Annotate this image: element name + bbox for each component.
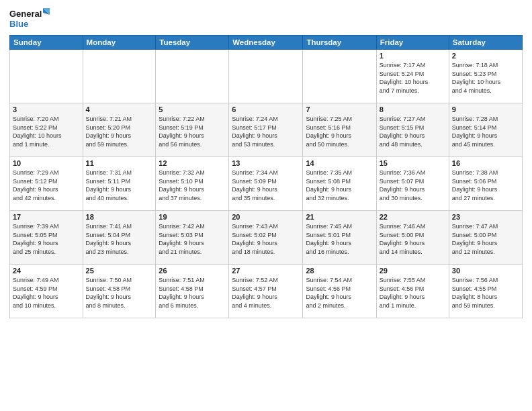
- weekday-header-wednesday: Wednesday: [229, 36, 303, 50]
- day-number: 10: [13, 159, 80, 167]
- day-info: Sunrise: 7:54 AM Sunset: 4:56 PM Dayligh…: [306, 276, 373, 310]
- day-number: 7: [306, 105, 373, 113]
- week-row-4: 17Sunrise: 7:39 AM Sunset: 5:05 PM Dayli…: [10, 211, 523, 265]
- weekday-header-saturday: Saturday: [449, 36, 522, 50]
- calendar-cell: 13Sunrise: 7:34 AM Sunset: 5:09 PM Dayli…: [229, 157, 303, 211]
- day-info: Sunrise: 7:34 AM Sunset: 5:09 PM Dayligh…: [232, 169, 300, 202]
- day-number: 1: [380, 52, 446, 60]
- calendar-cell: 23Sunrise: 7:47 AM Sunset: 5:00 PM Dayli…: [449, 211, 522, 265]
- calendar-cell: 22Sunrise: 7:46 AM Sunset: 5:00 PM Dayli…: [376, 211, 449, 265]
- calendar-cell: 3Sunrise: 7:20 AM Sunset: 5:22 PM Daylig…: [10, 103, 83, 157]
- day-number: 27: [232, 267, 300, 275]
- day-number: 4: [86, 105, 153, 113]
- calendar-cell: 5Sunrise: 7:22 AM Sunset: 5:19 PM Daylig…: [156, 103, 229, 157]
- calendar-cell: 30Sunrise: 7:56 AM Sunset: 4:55 PM Dayli…: [449, 265, 522, 318]
- day-number: 21: [306, 213, 373, 221]
- day-info: Sunrise: 7:45 AM Sunset: 5:01 PM Dayligh…: [306, 222, 373, 256]
- calendar-cell: 26Sunrise: 7:51 AM Sunset: 4:58 PM Dayli…: [156, 265, 229, 318]
- day-number: 3: [13, 105, 80, 113]
- calendar-cell: 4Sunrise: 7:21 AM Sunset: 5:20 PM Daylig…: [83, 103, 156, 157]
- calendar-cell: 1Sunrise: 7:17 AM Sunset: 5:24 PM Daylig…: [376, 50, 449, 103]
- day-number: 19: [159, 213, 226, 221]
- calendar-cell: 19Sunrise: 7:42 AM Sunset: 5:03 PM Dayli…: [156, 211, 229, 265]
- calendar-cell: 6Sunrise: 7:24 AM Sunset: 5:17 PM Daylig…: [229, 103, 303, 157]
- day-info: Sunrise: 7:51 AM Sunset: 4:58 PM Dayligh…: [159, 276, 226, 310]
- svg-text:General: General: [9, 9, 42, 19]
- day-info: Sunrise: 7:29 AM Sunset: 5:12 PM Dayligh…: [13, 169, 80, 202]
- day-info: Sunrise: 7:56 AM Sunset: 4:55 PM Dayligh…: [452, 276, 519, 310]
- day-info: Sunrise: 7:41 AM Sunset: 5:04 PM Dayligh…: [86, 222, 153, 256]
- day-number: 13: [232, 159, 300, 167]
- week-row-2: 3Sunrise: 7:20 AM Sunset: 5:22 PM Daylig…: [10, 103, 523, 157]
- calendar-cell: [156, 50, 229, 103]
- day-number: 15: [380, 159, 446, 167]
- day-info: Sunrise: 7:25 AM Sunset: 5:16 PM Dayligh…: [306, 115, 373, 148]
- weekday-header-friday: Friday: [376, 36, 449, 50]
- calendar-cell: 25Sunrise: 7:50 AM Sunset: 4:58 PM Dayli…: [83, 265, 156, 318]
- weekday-header-tuesday: Tuesday: [156, 36, 229, 50]
- day-number: 26: [159, 267, 226, 275]
- day-info: Sunrise: 7:24 AM Sunset: 5:17 PM Dayligh…: [232, 115, 300, 148]
- day-number: 6: [232, 105, 300, 113]
- day-info: Sunrise: 7:43 AM Sunset: 5:02 PM Dayligh…: [232, 222, 300, 256]
- day-number: 5: [159, 105, 226, 113]
- day-number: 14: [306, 159, 373, 167]
- calendar-cell: 17Sunrise: 7:39 AM Sunset: 5:05 PM Dayli…: [10, 211, 83, 265]
- day-info: Sunrise: 7:36 AM Sunset: 5:07 PM Dayligh…: [380, 169, 446, 202]
- day-number: 11: [86, 159, 153, 167]
- calendar-cell: 28Sunrise: 7:54 AM Sunset: 4:56 PM Dayli…: [303, 265, 376, 318]
- day-info: Sunrise: 7:55 AM Sunset: 4:56 PM Dayligh…: [380, 276, 446, 310]
- day-info: Sunrise: 7:22 AM Sunset: 5:19 PM Dayligh…: [159, 115, 226, 148]
- day-number: 29: [380, 267, 446, 275]
- weekday-header-thursday: Thursday: [303, 36, 376, 50]
- calendar-cell: 20Sunrise: 7:43 AM Sunset: 5:02 PM Dayli…: [229, 211, 303, 265]
- weekday-header-monday: Monday: [83, 36, 156, 50]
- day-info: Sunrise: 7:35 AM Sunset: 5:08 PM Dayligh…: [306, 169, 373, 202]
- day-info: Sunrise: 7:52 AM Sunset: 4:57 PM Dayligh…: [232, 276, 300, 310]
- day-info: Sunrise: 7:47 AM Sunset: 5:00 PM Dayligh…: [452, 222, 519, 256]
- calendar-cell: 10Sunrise: 7:29 AM Sunset: 5:12 PM Dayli…: [10, 157, 83, 211]
- weekday-header-row: SundayMondayTuesdayWednesdayThursdayFrid…: [10, 36, 523, 50]
- day-number: 24: [13, 267, 80, 275]
- weekday-header-sunday: Sunday: [10, 36, 83, 50]
- calendar-cell: 24Sunrise: 7:49 AM Sunset: 4:59 PM Dayli…: [10, 265, 83, 318]
- day-number: 17: [13, 213, 80, 221]
- calendar-cell: 2Sunrise: 7:18 AM Sunset: 5:23 PM Daylig…: [449, 50, 522, 103]
- logo-svg: GeneralBlue: [9, 7, 50, 31]
- calendar-cell: 14Sunrise: 7:35 AM Sunset: 5:08 PM Dayli…: [303, 157, 376, 211]
- calendar-cell: 12Sunrise: 7:32 AM Sunset: 5:10 PM Dayli…: [156, 157, 229, 211]
- calendar: SundayMondayTuesdayWednesdayThursdayFrid…: [9, 35, 523, 318]
- day-info: Sunrise: 7:31 AM Sunset: 5:11 PM Dayligh…: [86, 169, 153, 202]
- calendar-cell: 18Sunrise: 7:41 AM Sunset: 5:04 PM Dayli…: [83, 211, 156, 265]
- day-info: Sunrise: 7:20 AM Sunset: 5:22 PM Dayligh…: [13, 115, 80, 148]
- day-number: 20: [232, 213, 300, 221]
- day-number: 12: [159, 159, 226, 167]
- calendar-cell: 9Sunrise: 7:28 AM Sunset: 5:14 PM Daylig…: [449, 103, 522, 157]
- week-row-3: 10Sunrise: 7:29 AM Sunset: 5:12 PM Dayli…: [10, 157, 523, 211]
- day-number: 22: [380, 213, 446, 221]
- calendar-cell: 7Sunrise: 7:25 AM Sunset: 5:16 PM Daylig…: [303, 103, 376, 157]
- day-number: 9: [452, 105, 519, 113]
- day-number: 25: [86, 267, 153, 275]
- week-row-5: 24Sunrise: 7:49 AM Sunset: 4:59 PM Dayli…: [10, 265, 523, 318]
- week-row-1: 1Sunrise: 7:17 AM Sunset: 5:24 PM Daylig…: [10, 50, 523, 103]
- day-number: 23: [452, 213, 519, 221]
- logo: GeneralBlue: [9, 7, 50, 31]
- day-number: 28: [306, 267, 373, 275]
- calendar-cell: 21Sunrise: 7:45 AM Sunset: 5:01 PM Dayli…: [303, 211, 376, 265]
- day-info: Sunrise: 7:32 AM Sunset: 5:10 PM Dayligh…: [159, 169, 226, 202]
- day-info: Sunrise: 7:21 AM Sunset: 5:20 PM Dayligh…: [86, 115, 153, 148]
- day-info: Sunrise: 7:28 AM Sunset: 5:14 PM Dayligh…: [452, 115, 519, 148]
- day-info: Sunrise: 7:49 AM Sunset: 4:59 PM Dayligh…: [13, 276, 80, 310]
- calendar-cell: 11Sunrise: 7:31 AM Sunset: 5:11 PM Dayli…: [83, 157, 156, 211]
- page: GeneralBlue SundayMondayTuesdayWednesday…: [0, 0, 532, 411]
- calendar-cell: [303, 50, 376, 103]
- day-info: Sunrise: 7:18 AM Sunset: 5:23 PM Dayligh…: [452, 61, 519, 95]
- svg-text:Blue: Blue: [9, 19, 28, 29]
- day-info: Sunrise: 7:38 AM Sunset: 5:06 PM Dayligh…: [452, 169, 519, 202]
- day-number: 8: [380, 105, 446, 113]
- day-info: Sunrise: 7:42 AM Sunset: 5:03 PM Dayligh…: [159, 222, 226, 256]
- calendar-cell: 8Sunrise: 7:27 AM Sunset: 5:15 PM Daylig…: [376, 103, 449, 157]
- day-info: Sunrise: 7:27 AM Sunset: 5:15 PM Dayligh…: [380, 115, 446, 148]
- day-info: Sunrise: 7:17 AM Sunset: 5:24 PM Dayligh…: [380, 61, 446, 95]
